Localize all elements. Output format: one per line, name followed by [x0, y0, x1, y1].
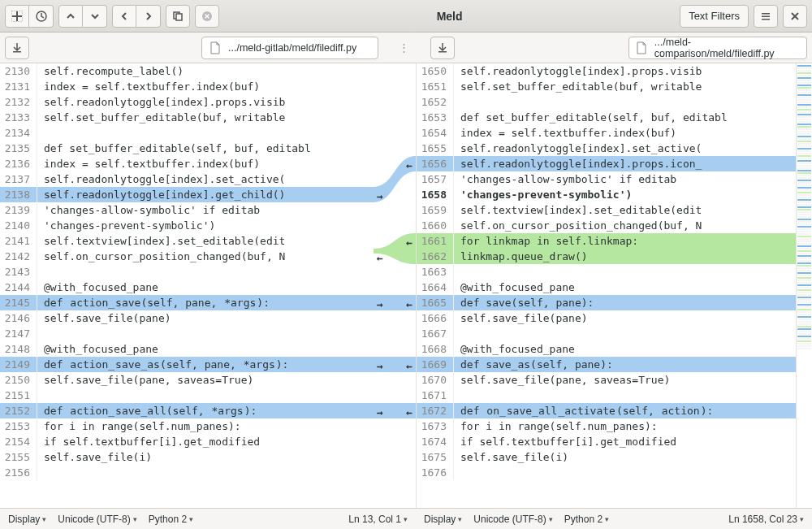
code-line[interactable]: 2132 self.readonlytoggle[index].props.vi… — [0, 94, 374, 110]
code-line[interactable]: 2151 — [0, 388, 374, 403]
code-line[interactable]: 2141 self.textview[index].set_editable(e… — [0, 233, 374, 249]
code-line[interactable]: 1661 for linkmap in self.linkmap: — [417, 233, 796, 249]
code-line[interactable]: 1662 linkmap.queue_draw() — [417, 249, 796, 264]
push-left-arrow[interactable]: ← — [406, 358, 412, 374]
code-line[interactable]: 2145 def action_save(self, pane, *args): — [0, 295, 374, 310]
code-line[interactable]: 2147 — [0, 326, 374, 341]
line-number: 1665 — [417, 295, 454, 310]
display-menu-left[interactable]: Display — [8, 514, 46, 525]
code-line[interactable]: 2155 self.save_file(i) — [0, 449, 374, 465]
push-left-arrow[interactable]: ← — [406, 158, 412, 173]
code-line[interactable]: 2135 def set_buffer_editable(self, buf, … — [0, 141, 374, 156]
stop-button[interactable] — [195, 5, 219, 28]
code-line[interactable]: 1660 self.on_cursor_position_changed(buf… — [417, 218, 796, 233]
push-right-arrow[interactable]: → — [377, 405, 383, 420]
new-tab-button[interactable] — [5, 5, 29, 28]
code-line[interactable]: 1665 def save(self, pane): — [417, 295, 796, 310]
cursor-pos-right[interactable]: Ln 1658, Col 23 — [728, 514, 804, 525]
lang-menu-right[interactable]: Python 2 — [564, 514, 609, 525]
code-line[interactable]: 2146 self.save_file(pane) — [0, 310, 374, 326]
code-line[interactable]: 1673 for i in range(self.num_panes): — [417, 418, 796, 434]
code-line[interactable]: 1664 @with_focused_pane — [417, 280, 796, 295]
code-line[interactable]: 1668 @with_focused_pane — [417, 341, 796, 357]
recent-button[interactable] — [29, 5, 54, 28]
code-line[interactable]: 2131 index = self.textbuffer.index(buf) — [0, 79, 374, 94]
code-line[interactable]: 1650 self.readonlytoggle[index].props.vi… — [417, 63, 796, 79]
back-button[interactable] — [112, 5, 136, 28]
code-line[interactable]: 2142 self.on_cursor_position_changed(buf… — [0, 249, 374, 264]
code-line[interactable]: 2144 @with_focused_pane — [0, 280, 374, 295]
push-right-arrow[interactable]: → — [377, 189, 383, 204]
code-line[interactable]: 1676 — [417, 465, 796, 480]
link-gutter[interactable]: →←→→→←←←←← — [374, 63, 416, 508]
code-line[interactable]: 2140 'changes-prevent-symbolic') — [0, 218, 374, 233]
line-number: 1673 — [417, 418, 454, 434]
pane-drag-handle[interactable]: ⋮ — [399, 41, 411, 54]
code-line[interactable]: 2153 for i in range(self.num_panes): — [0, 418, 374, 434]
code-line[interactable]: 1655 self.readonlytoggle[index].set_acti… — [417, 141, 796, 156]
code-line[interactable]: 1669 def save_as(self, pane): — [417, 357, 796, 372]
push-right-arrow[interactable]: → — [377, 297, 383, 312]
copy-button[interactable] — [166, 5, 190, 28]
code-line[interactable]: 2148 @with_focused_pane — [0, 341, 374, 357]
line-number: 2149 — [0, 357, 37, 372]
code-line[interactable]: 2156 — [0, 465, 374, 480]
minimap-mark — [797, 294, 811, 296]
menu-button[interactable] — [754, 5, 778, 28]
line-number: 2133 — [0, 110, 37, 125]
close-window-button[interactable] — [783, 5, 807, 28]
push-right-arrow[interactable]: → — [377, 358, 383, 374]
code-line[interactable]: 1667 — [417, 326, 796, 341]
code-line[interactable]: 2152 def action_save_all(self, *args): — [0, 403, 374, 418]
minimap[interactable] — [796, 63, 812, 508]
prev-change-button[interactable] — [58, 5, 83, 28]
code-line[interactable]: 1663 — [417, 264, 796, 280]
right-pane[interactable]: 1650 self.readonlytoggle[index].props.vi… — [416, 63, 796, 508]
cursor-pos-left[interactable]: Ln 13, Col 1 — [348, 514, 408, 525]
encoding-menu-left[interactable]: Unicode (UTF-8) — [58, 514, 136, 525]
display-menu-right[interactable]: Display — [424, 514, 462, 525]
code-line[interactable]: 1658 'changes-prevent-symbolic') — [417, 187, 796, 202]
text-filters-button[interactable]: Text Filters — [680, 5, 749, 28]
code-line[interactable]: 1652 — [417, 94, 796, 110]
code-line[interactable]: 1654 index = self.textbuffer.index(buf) — [417, 125, 796, 141]
save-right-button[interactable] — [430, 37, 455, 59]
code-text: index = self.textbuffer.index(buf) — [37, 79, 374, 94]
code-line[interactable]: 1670 self.save_file(pane, saveas=True) — [417, 372, 796, 388]
next-change-button[interactable] — [83, 5, 107, 28]
code-line[interactable]: 2137 self.readonlytoggle[index].set_acti… — [0, 171, 374, 187]
minimap-mark — [797, 340, 811, 342]
encoding-menu-right[interactable]: Unicode (UTF-8) — [473, 514, 552, 525]
left-file-path-input[interactable]: .../meld-gitlab/meld/filediff.py — [201, 37, 378, 59]
code-line[interactable]: 2149 def action_save_as(self, pane, *arg… — [0, 357, 374, 372]
code-line[interactable]: 1666 self.save_file(pane) — [417, 310, 796, 326]
code-line[interactable]: 1674 if self.textbuffer[i].get_modified — [417, 434, 796, 449]
code-line[interactable]: 1659 self.textview[index].set_editable(e… — [417, 202, 796, 218]
code-line[interactable]: 2136 index = self.textbuffer.index(buf) — [0, 156, 374, 171]
code-line[interactable]: 1656 self.readonlytoggle[index].props.ic… — [417, 156, 796, 171]
code-line[interactable]: 2130 self.recompute_label() — [0, 63, 374, 79]
code-line[interactable]: 2154 if self.textbuffer[i].get_modified — [0, 434, 374, 449]
push-left-arrow[interactable]: ← — [406, 235, 412, 250]
push-left-arrow[interactable]: ← — [406, 297, 412, 312]
code-line[interactable]: 1671 — [417, 388, 796, 403]
minimap-mark — [797, 109, 811, 111]
code-line[interactable]: 2143 — [0, 264, 374, 280]
forward-button[interactable] — [136, 5, 161, 28]
code-line[interactable]: 2150 self.save_file(pane, saveas=True) — [0, 372, 374, 388]
save-left-button[interactable] — [5, 37, 29, 59]
code-line[interactable]: 2134 — [0, 125, 374, 141]
code-line[interactable]: 2139 'changes-allow-symbolic' if editab — [0, 202, 374, 218]
code-line[interactable]: 2133 self.set_buffer_editable(buf, writa… — [0, 110, 374, 125]
code-line[interactable]: 1672 def on_save_all_activate(self, acti… — [417, 403, 796, 418]
push-left-arrow[interactable]: ← — [406, 405, 412, 420]
left-pane[interactable]: 2130 self.recompute_label()2131 index = … — [0, 63, 374, 508]
pull-left-arrow[interactable]: ← — [377, 250, 383, 266]
code-line[interactable]: 1651 self.set_buffer_editable(buf, writa… — [417, 79, 796, 94]
code-line[interactable]: 2138 self.readonlytoggle[index].get_chil… — [0, 187, 374, 202]
right-file-path-input[interactable]: .../meld-comparison/meld/filediff.py — [628, 37, 807, 59]
lang-menu-left[interactable]: Python 2 — [149, 514, 193, 525]
code-line[interactable]: 1675 self.save_file(i) — [417, 449, 796, 465]
code-line[interactable]: 1653 def set_buffer_editable(self, buf, … — [417, 110, 796, 125]
code-line[interactable]: 1657 'changes-allow-symbolic' if editab — [417, 171, 796, 187]
